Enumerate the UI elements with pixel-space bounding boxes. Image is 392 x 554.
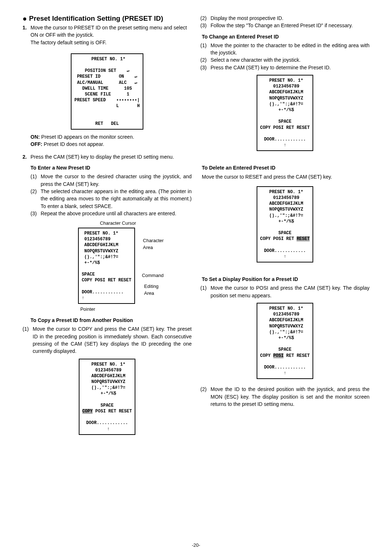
substep-num: (2): [200, 56, 208, 64]
delete-text: Move the cursor to RESET and press the C…: [202, 173, 369, 180]
substep-text: Move the cursor to POSI and press the CA…: [211, 284, 369, 299]
command-label: Command: [142, 272, 164, 279]
substep-num: (2): [200, 15, 208, 22]
substep-text: Follow the step "To Change an Entered Pr…: [211, 22, 369, 29]
cursor-label: Character Cursor: [100, 220, 136, 226]
substep-text: Move the ID to the desired position with…: [211, 386, 369, 408]
step-number: 1.: [23, 24, 28, 46]
character-editor-diagram: Character Cursor PRESET NO. 1* 012345678…: [78, 220, 136, 313]
page-number: -20-: [0, 542, 392, 549]
change-menu: PRESET NO. 1* 0123456789 ABCDEFGHIJKLM N…: [257, 75, 314, 151]
substep-text: Press the CAM (SET) key to determine the…: [211, 64, 369, 71]
char-area-label: Character Area: [143, 237, 164, 251]
pointer-label: Pointer: [80, 306, 95, 312]
substep-text: Display the most prospective ID.: [211, 15, 369, 22]
preset-settings-menu: PRESET NO. 1* POSITION SET ↵ PRESET ID O…: [71, 53, 143, 130]
substep-text: Move the pointer to the character to be …: [211, 42, 369, 57]
substep-text: Repeat the above procedure until all cha…: [41, 210, 192, 217]
main-heading: Preset Identification Setting (PRESET ID…: [29, 15, 163, 23]
substep-text: Move the cursor to COPY and press the CA…: [33, 325, 192, 355]
substep-num: (1): [200, 42, 208, 57]
substep-num: (3): [200, 64, 208, 71]
step1-text-b: The factory default setting is OFF.: [30, 39, 192, 46]
delete-preset-id-heading: To Delete an Entered Preset ID: [202, 164, 369, 171]
substep-num: (1): [23, 325, 30, 355]
substep-num: (1): [200, 284, 208, 299]
change-preset-id-heading: To Change an Entered Preset ID: [202, 33, 369, 40]
substep-num: (3): [30, 210, 38, 217]
enter-preset-id-heading: To Enter a New Preset ID: [30, 164, 192, 171]
bullet-icon: ●: [23, 15, 27, 23]
delete-menu: PRESET NO. 1* 0123456789 ABCDEFGHIJKLM N…: [257, 186, 314, 262]
step1-text-a: Move the cursor to PRESET ID on the pres…: [30, 24, 192, 39]
substep-num: (3): [200, 22, 208, 29]
off-description: OFF: Preset ID does not appear.: [30, 140, 192, 148]
substep-text: The selected character appears in the ed…: [41, 188, 192, 210]
step2-text: Press the CAM (SET) key to display the p…: [30, 153, 192, 160]
copy-preset-id-heading: To Copy a Preset ID from Another Positio…: [30, 317, 192, 324]
set-position-heading: To Set a Display Position for a Preset I…: [202, 276, 369, 283]
substep-text: Select a new character with the joystick…: [211, 56, 369, 64]
substep-text: Move the cursor to the desired character…: [41, 173, 192, 188]
substep-num: (2): [30, 188, 38, 210]
position-menu: PRESET NO. 1* 0123456789 ABCDEFGHIJKLM N…: [257, 303, 314, 379]
substep-num: (2): [200, 386, 208, 408]
on-description: ON: Preset ID appears on the monitor scr…: [30, 133, 192, 140]
copy-menu: PRESET NO. 1* 0123456789 ABCDEFGHIJKLM N…: [79, 359, 136, 435]
substep-num: (1): [30, 173, 38, 188]
step-number: 2.: [23, 153, 28, 160]
editing-area-label: Editing Area: [144, 283, 159, 297]
